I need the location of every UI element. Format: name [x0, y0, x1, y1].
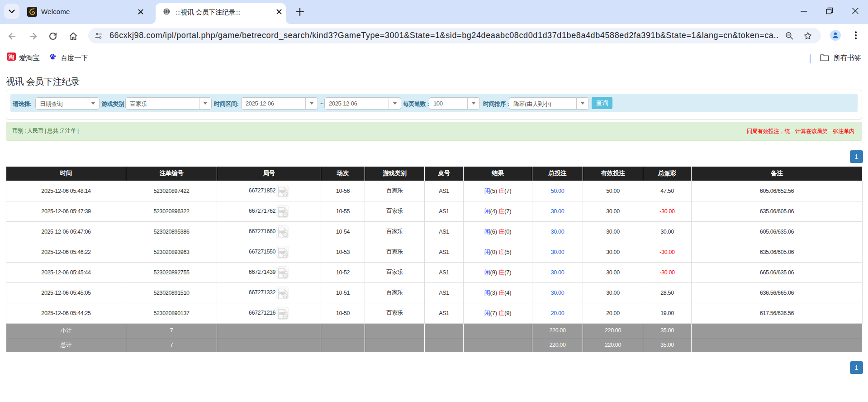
svg-text:淘: 淘	[8, 53, 14, 60]
